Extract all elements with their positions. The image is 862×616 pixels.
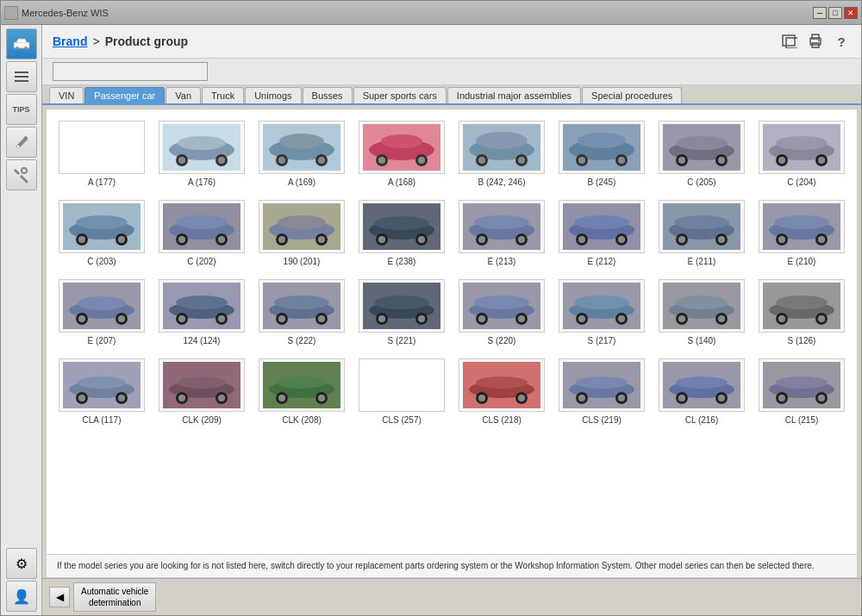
sidebar-bottom: ⚙ 👤: [6, 548, 37, 615]
car-img-s221: [359, 279, 445, 333]
car-cell-s140[interactable]: S (140): [653, 275, 750, 351]
maximize-button[interactable]: □: [828, 7, 842, 19]
car-cell-c203[interactable]: C (203): [53, 196, 150, 271]
car-label-cl216: CL (216): [685, 414, 719, 426]
svg-point-124: [78, 315, 85, 322]
car-label-e207: E (207): [88, 335, 116, 346]
car-cell-a176[interactable]: A (176): [153, 116, 250, 192]
minimize-button[interactable]: ─: [813, 7, 827, 19]
car-cell-c205[interactable]: C (205): [653, 116, 750, 192]
tab-super-sports[interactable]: Super sports cars: [353, 87, 447, 103]
svg-point-167: [718, 315, 725, 322]
car-cell-c204[interactable]: C (204): [753, 116, 850, 192]
car-img-a176: [159, 121, 245, 174]
car-cell-cls219[interactable]: CLS (219): [553, 354, 650, 430]
svg-point-58: [776, 136, 828, 150]
close-button[interactable]: ✕: [844, 7, 858, 19]
car-cell-clk208[interactable]: CLK (208): [253, 354, 350, 430]
car-img-b245: [559, 121, 645, 174]
car-cell-clk209[interactable]: CLK (209): [153, 354, 250, 430]
breadcrumb-icons: ?: [780, 32, 851, 51]
car-grid-container: A (177) A (176) A (169): [46, 109, 858, 555]
car-label-s220: S (220): [488, 335, 516, 346]
car-cell-cla117[interactable]: CLA (117): [53, 354, 150, 430]
car-cell-s217[interactable]: S (217): [553, 275, 650, 351]
breadcrumb-left: Brand > Product group: [53, 34, 188, 48]
svg-point-6: [16, 146, 19, 148]
sidebar-btn-car[interactable]: [6, 28, 37, 59]
car-cell-cls257[interactable]: CLS (257): [353, 354, 450, 430]
car-label-cls219: CLS (219): [582, 414, 622, 426]
svg-point-44: [578, 133, 626, 148]
car-cell-cl215[interactable]: CL (215): [753, 354, 850, 430]
car-cell-s222[interactable]: S (222): [253, 275, 350, 351]
breadcrumb-current: Product group: [105, 34, 188, 48]
car-cell-a168[interactable]: A (168): [353, 116, 450, 192]
car-cell-e212[interactable]: E (212): [553, 196, 650, 271]
car-cell-b242[interactable]: B (242, 246): [453, 116, 550, 192]
svg-point-209: [618, 395, 625, 401]
bottom-bar: ◀ Automatic vehicle determination: [42, 578, 861, 615]
car-label-cl215: CL (215): [785, 414, 819, 426]
svg-point-135: [274, 296, 329, 309]
tab-vin[interactable]: VIN: [49, 87, 84, 103]
svg-point-82: [278, 236, 285, 243]
svg-point-170: [776, 296, 828, 309]
car-label-a168: A (168): [388, 177, 415, 188]
tab-truck[interactable]: Truck: [202, 87, 244, 103]
tab-busses[interactable]: Busses: [303, 87, 353, 103]
car-label-c202: C (202): [187, 256, 216, 267]
help-icon[interactable]: ?: [832, 32, 851, 51]
svg-point-215: [678, 395, 685, 401]
car-cell-124[interactable]: 124 (124): [153, 275, 250, 351]
tab-passenger-car[interactable]: Passenger car: [84, 87, 165, 103]
car-cell-190-201[interactable]: 190 (201): [253, 196, 350, 271]
print-icon[interactable]: [806, 32, 825, 51]
back-button[interactable]: ◀: [49, 587, 70, 607]
titlebar-left: Mercedes-Benz WIS: [4, 6, 109, 20]
car-img-a169: [259, 121, 345, 174]
svg-point-7: [22, 168, 27, 173]
car-cell-b245[interactable]: B (245): [553, 116, 650, 192]
car-cell-s220[interactable]: S (220): [453, 275, 550, 351]
svg-point-72: [176, 215, 228, 229]
tab-van[interactable]: Van: [166, 87, 201, 103]
car-cell-c202[interactable]: C (202): [153, 196, 250, 271]
svg-point-37: [476, 132, 528, 149]
svg-point-41: [518, 157, 525, 164]
car-cell-e210[interactable]: E (210): [753, 196, 850, 271]
svg-point-13: [818, 40, 820, 41]
car-cell-e207[interactable]: E (207): [53, 275, 150, 351]
window-icon[interactable]: [780, 32, 799, 51]
car-cell-a169[interactable]: A (169): [253, 116, 350, 192]
car-cell-e238[interactable]: E (238): [353, 196, 450, 271]
sidebar-btn-person[interactable]: 👤: [6, 581, 37, 612]
car-cell-cl216[interactable]: CL (216): [653, 354, 750, 430]
sidebar-btn-settings[interactable]: ⚙: [6, 548, 37, 579]
info-text: If the model series you are looking for …: [57, 561, 815, 570]
svg-point-149: [474, 296, 529, 309]
sidebar-btn-tools[interactable]: [6, 159, 37, 190]
svg-point-23: [279, 134, 324, 149]
car-cell-a177[interactable]: A (177): [53, 116, 150, 192]
car-label-b245: B (245): [588, 177, 616, 188]
search-input[interactable]: [53, 62, 208, 81]
sidebar: TIPS ⚙ 👤: [1, 25, 42, 615]
brand-link[interactable]: Brand: [53, 34, 87, 48]
auto-determination-button[interactable]: Automatic vehicle determination: [73, 582, 156, 612]
svg-point-138: [278, 315, 285, 322]
car-cell-e211[interactable]: E (211): [653, 196, 750, 271]
svg-point-27: [318, 157, 325, 164]
car-cell-e213[interactable]: E (213): [453, 196, 550, 271]
tab-unimogs[interactable]: Unimogs: [245, 87, 301, 103]
tab-special[interactable]: Special procedures: [582, 87, 682, 103]
car-cell-s221[interactable]: S (221): [353, 275, 450, 351]
tab-industrial[interactable]: Industrial major assemblies: [447, 87, 581, 103]
car-cell-s126[interactable]: S (126): [753, 275, 850, 351]
sidebar-btn-wrench[interactable]: [6, 127, 37, 158]
car-img-cls218: [459, 358, 545, 412]
sidebar-btn-tips[interactable]: TIPS: [6, 94, 37, 125]
sidebar-btn-list[interactable]: [6, 61, 37, 92]
car-label-b242: B (242, 246): [478, 177, 525, 188]
car-cell-cls218[interactable]: CLS (218): [453, 354, 550, 430]
